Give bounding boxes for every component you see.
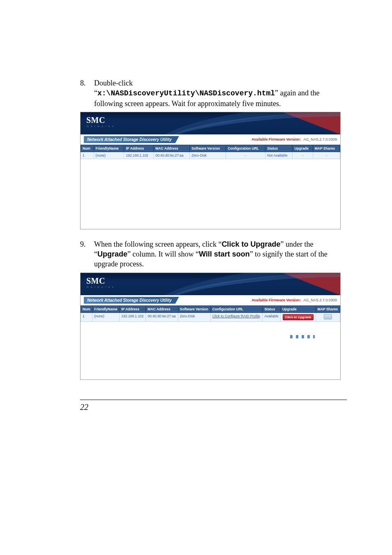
col-status: Status <box>263 305 281 312</box>
device-table-1: Num FriendlyName IP Address MAC Address … <box>81 145 340 159</box>
col-ip: IP Address <box>120 305 146 312</box>
firmware-label-2: Available Firmware Version: AG_NAS.2.7.0… <box>251 298 337 302</box>
cell-sw: Zero-Disk <box>178 312 210 321</box>
progress-indicator <box>290 335 315 338</box>
step-8-title: Double-click <box>94 79 133 87</box>
col-config-url: Configuration URL <box>210 305 263 312</box>
step-9-bold-3: Will start soon <box>199 250 250 258</box>
col-num: Num <box>81 305 92 312</box>
step-9-text-2a: ” column. It will show “ <box>127 250 199 258</box>
cell-map: - <box>313 152 340 159</box>
cell-upgrade: Click to Upgrade <box>281 312 316 321</box>
table-row: 1 (none) 192.168.1.102 00:40:d0:6e:27:aa… <box>81 312 340 321</box>
table-header-row: Num FriendlyName IP Address MAC Address … <box>81 305 340 312</box>
screenshot-1-header: SMC N e t w o r k s <box>81 112 340 134</box>
cell-upgrade: - <box>293 152 313 159</box>
firmware-label: Available Firmware Version: AG_NAS.2.7.0… <box>251 137 337 141</box>
col-map: MAP Shares <box>313 145 340 152</box>
firmware-label-text-2: Available Firmware Version: <box>251 298 301 302</box>
map-shares-button[interactable]: - <box>324 314 332 319</box>
table-row: 1 (none) 192.168.1.102 00:40:d0:6e:27:aa… <box>81 152 340 159</box>
col-status: Status <box>265 145 293 152</box>
col-friendlyname: FriendlyName <box>92 305 120 312</box>
col-map: MAP Shares <box>316 305 340 312</box>
cell-map: - <box>316 312 340 321</box>
cell-status: Available <box>263 312 281 321</box>
col-mac: MAC Address <box>146 305 178 312</box>
cell-cfg: Click to Configure RAID Profile <box>210 312 263 321</box>
step-9-body: When the following screen appears, click… <box>94 239 347 269</box>
click-to-upgrade-button[interactable]: Click to Upgrade <box>283 314 314 320</box>
step-9: 9. When the following screen appears, cl… <box>80 239 347 269</box>
screenshot-2: SMC N e t w o r k s Network Attached Sto… <box>80 273 341 380</box>
col-sw-version: Software Version <box>178 305 210 312</box>
step-8-path-open-quote: “ <box>94 89 97 97</box>
screenshot-1-body <box>81 159 340 229</box>
cell-ip: 192.168.1.102 <box>120 312 146 321</box>
step-8: 8. Double-click “x:\NASDiscoveryUtility\… <box>80 78 347 109</box>
step-9-text-1a: When the following screen appears, click… <box>94 240 221 248</box>
step-8-path: x:\NASDiscoveryUtility\NASDiscovery.html <box>97 89 275 97</box>
cell-num: 1 <box>81 312 92 321</box>
col-sw-version: Software Version <box>190 145 226 152</box>
step-9-bold-2: Upgrade <box>97 250 127 258</box>
step-9-number: 9. <box>80 239 94 269</box>
screenshot-2-header: SMC N e t w o r k s <box>81 273 340 295</box>
step-9-bold-1: Click to Upgrade <box>221 240 280 248</box>
col-friendlyname: FriendlyName <box>94 145 124 152</box>
page-number: 22 <box>80 402 347 412</box>
firmware-value-2: AG_NAS.2.7.0.0309 <box>303 298 337 302</box>
col-ip: IP Address <box>124 145 154 152</box>
utility-title-2: Network Attached Storage Discovery Utili… <box>84 297 179 304</box>
cell-sw: Zero-Disk <box>190 152 226 159</box>
utility-title: Network Attached Storage Discovery Utili… <box>84 136 179 143</box>
cell-ip: 192.168.1.102 <box>124 152 154 159</box>
step-8-number: 8. <box>80 78 94 109</box>
cell-name: (none) <box>92 312 120 321</box>
table-header-row: Num FriendlyName IP Address MAC Address … <box>81 145 340 152</box>
cell-status: Not Available <box>265 152 293 159</box>
configure-raid-link[interactable]: Click to Configure RAID Profile <box>212 314 260 318</box>
col-upgrade: Upgrade <box>293 145 313 152</box>
device-table-2: Num FriendlyName IP Address MAC Address … <box>81 305 340 322</box>
screenshot-2-body <box>81 322 340 379</box>
col-config-url: Configuration URL <box>226 145 265 152</box>
cell-mac: 00:40:d0:6e:27:aa <box>146 312 178 321</box>
cell-mac: 00:40:d0:6e:27:aa <box>154 152 190 159</box>
col-mac: MAC Address <box>154 145 190 152</box>
screenshot-1: SMC N e t w o r k s Network Attached Sto… <box>80 112 341 229</box>
screenshot-1-titlebar: Network Attached Storage Discovery Utili… <box>81 134 340 145</box>
footer-divider <box>80 400 347 400</box>
cell-num: 1 <box>81 152 94 159</box>
col-num: Num <box>81 145 94 152</box>
firmware-label-text: Available Firmware Version: <box>251 137 301 141</box>
step-8-body: Double-click “x:\NASDiscoveryUtility\NAS… <box>94 78 347 109</box>
cell-cfg: - <box>226 152 265 159</box>
col-upgrade: Upgrade <box>281 305 316 312</box>
cell-name: (none) <box>94 152 124 159</box>
firmware-value: AG_NAS.2.7.0.0309 <box>303 137 337 141</box>
screenshot-2-titlebar: Network Attached Storage Discovery Utili… <box>81 295 340 305</box>
